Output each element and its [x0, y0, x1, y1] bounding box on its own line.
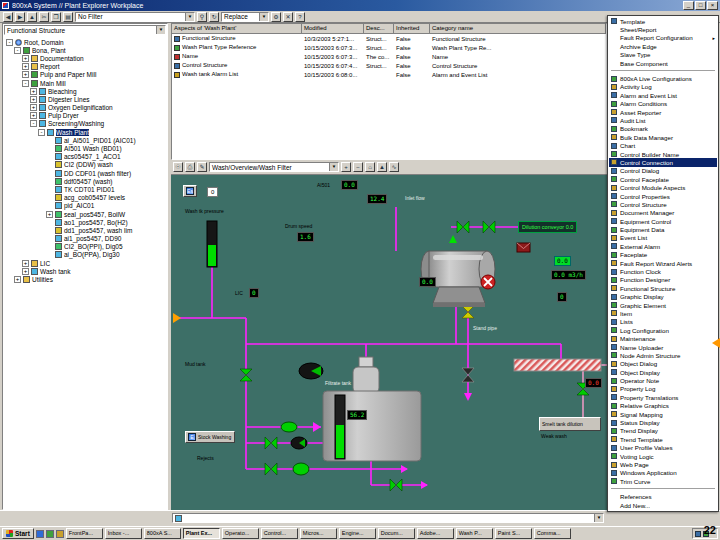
tree-node[interactable]: CI2_BO(PPI), Dig05 [4, 243, 166, 251]
start-button[interactable]: Start [2, 528, 34, 539]
copy-icon[interactable]: ❐ [51, 12, 61, 22]
tree-expander[interactable]: + [22, 268, 29, 275]
close-button[interactable]: × [707, 1, 718, 10]
menu-item[interactable]: Log Configuration [609, 326, 717, 334]
taskbar-button[interactable]: 800xA S... [144, 528, 181, 539]
tree-node[interactable]: -Main Mill [4, 79, 166, 87]
stock-washing-button[interactable]: E Stock Washing [185, 431, 235, 443]
tree-node[interactable]: acg_cob05457 levels [4, 194, 166, 202]
menu-item[interactable]: Event List [609, 234, 717, 242]
tree-node[interactable]: DD CDF01 (wash filter) [4, 169, 166, 177]
back-icon[interactable]: ◀ [3, 12, 13, 22]
valve-bottom-1[interactable] [265, 437, 277, 449]
home-icon[interactable]: ⌂ [365, 162, 375, 172]
menu-item[interactable]: Audit List [609, 116, 717, 124]
tree-expander[interactable]: - [30, 120, 37, 127]
chevron-down-icon[interactable]: ▼ [329, 163, 338, 171]
menu-item[interactable]: Voting Logic [609, 452, 717, 460]
menu-item[interactable]: Status Display [609, 418, 717, 426]
tree-node[interactable]: -Bona, Plant [4, 46, 166, 54]
dilution-conveyor[interactable] [514, 359, 601, 371]
menu-item[interactable]: Equipment Control [609, 217, 717, 225]
menu-item[interactable]: Archive Edge [609, 42, 717, 50]
taskbar-button[interactable]: FrontPa... [66, 528, 103, 539]
menu-item[interactable]: Control Builder Name [609, 150, 717, 158]
alarm-icon[interactable]: ▲ [377, 162, 387, 172]
column-header[interactable]: Desc... [364, 24, 394, 34]
edit-icon[interactable]: ✎ [197, 162, 207, 172]
tree-expander[interactable]: + [30, 96, 37, 103]
tree-expander[interactable]: + [22, 260, 29, 267]
help-icon[interactable]: ? [295, 12, 305, 22]
column-header[interactable]: Category name [430, 24, 606, 34]
up-icon[interactable]: ▲ [27, 12, 37, 22]
scroll-marker-icon[interactable] [712, 338, 720, 348]
tree-node[interactable]: AI501 Wash (BD01) [4, 144, 166, 152]
tree-node[interactable]: -Root, Domain [4, 38, 166, 46]
menu-item[interactable]: Equipment Data [609, 225, 717, 233]
tree-expander[interactable]: - [6, 39, 13, 46]
forward-icon[interactable]: ▶ [15, 12, 25, 22]
tree-node[interactable]: +Pulp and Paper Mill [4, 71, 166, 79]
chevron-down-icon[interactable]: ▼ [185, 13, 194, 21]
column-header[interactable]: Aspects of 'Wash Plant' [172, 24, 302, 34]
menu-item[interactable]: References [609, 492, 717, 500]
valve-outlet[interactable] [390, 479, 402, 491]
quick-launch-icon[interactable] [56, 530, 64, 538]
menu-item[interactable]: Object Dialog [609, 360, 717, 368]
tree-node[interactable]: ai_AI501_PID01 (AIC01) [4, 136, 166, 144]
menu-item[interactable]: Sheet/Report [609, 25, 717, 33]
pump-running-indicator[interactable] [293, 463, 309, 475]
quick-launch-icon[interactable] [36, 530, 44, 538]
taskbar-button[interactable]: Comma... [534, 528, 571, 539]
paste-icon[interactable]: ▤ [63, 12, 73, 22]
tree-node[interactable]: +Oxygen Delignification [4, 104, 166, 112]
menu-item[interactable]: Trend Template [609, 435, 717, 443]
menu-item[interactable]: Fault Report Wizard Alerts [609, 259, 717, 267]
tree-node[interactable]: +Report [4, 63, 166, 71]
valve-drum-yellow[interactable] [462, 306, 474, 318]
tree-expander[interactable]: - [14, 47, 21, 54]
dilution-status-box[interactable]: Dilution conveyor 0.0 [518, 221, 577, 233]
tree-node[interactable]: ai1_pos5457, DD90 [4, 235, 166, 243]
valve-inlet[interactable] [240, 369, 252, 381]
taskbar-button[interactable]: Inbox -... [105, 528, 142, 539]
menu-item[interactable]: Maintenance [609, 334, 717, 342]
zoom-in-icon[interactable]: + [341, 162, 351, 172]
menu-item[interactable]: Trim Curve [609, 477, 717, 485]
taskbar-button[interactable]: Paint S... [495, 528, 532, 539]
chevron-down-icon[interactable]: ▼ [156, 26, 165, 34]
taskbar-button[interactable]: Operato... [222, 528, 259, 539]
column-header[interactable]: Modified [302, 24, 364, 34]
menu-item[interactable]: Name Uploader [609, 343, 717, 351]
chevron-down-icon[interactable]: ▼ [594, 514, 603, 522]
valve-bottom-2[interactable] [265, 463, 277, 475]
menu-item[interactable]: External Alarm [609, 242, 717, 250]
taskbar-button[interactable]: Engine... [339, 528, 376, 539]
taskbar-button[interactable]: Plant Ex... [183, 528, 220, 539]
filtrate-tank[interactable] [323, 357, 421, 461]
chevron-down-icon[interactable]: ▼ [259, 13, 268, 21]
display-selector-combo[interactable]: Wash/Overview/Wash Filter ▼ [209, 162, 339, 172]
menu-item[interactable]: Relative Graphics [609, 402, 717, 410]
menu-item[interactable]: Web Page [609, 460, 717, 468]
trend-icon[interactable]: ∿ [389, 162, 399, 172]
menu-item[interactable]: Graphic Element [609, 301, 717, 309]
tree-node[interactable]: ai_BO(PPA), Dig30 [4, 251, 166, 259]
menu-item[interactable]: Control Module Aspects [609, 183, 717, 191]
menu-item[interactable]: Base Component [609, 59, 717, 67]
pump-filtrate[interactable] [299, 363, 323, 379]
menu-item[interactable]: Functional Structure [609, 284, 717, 292]
valve-dilution-1[interactable] [457, 221, 469, 233]
tree-node[interactable]: dd1_pos5457, wash lim [4, 226, 166, 234]
taskbar-button[interactable]: Control... [261, 528, 298, 539]
menu-item[interactable]: Control Properties [609, 192, 717, 200]
menu-item[interactable]: Chart [609, 141, 717, 149]
wash-tank-level-gauge[interactable] [207, 221, 217, 267]
tree-expander[interactable]: + [30, 104, 37, 111]
tree-node[interactable]: CI2 (DDW) wash [4, 161, 166, 169]
menu-item[interactable]: Activity Log [609, 83, 717, 91]
pump-running-indicator-2[interactable] [281, 422, 297, 432]
menu-item[interactable]: Item [609, 309, 717, 317]
menu-item[interactable]: Bulk Data Manager [609, 133, 717, 141]
